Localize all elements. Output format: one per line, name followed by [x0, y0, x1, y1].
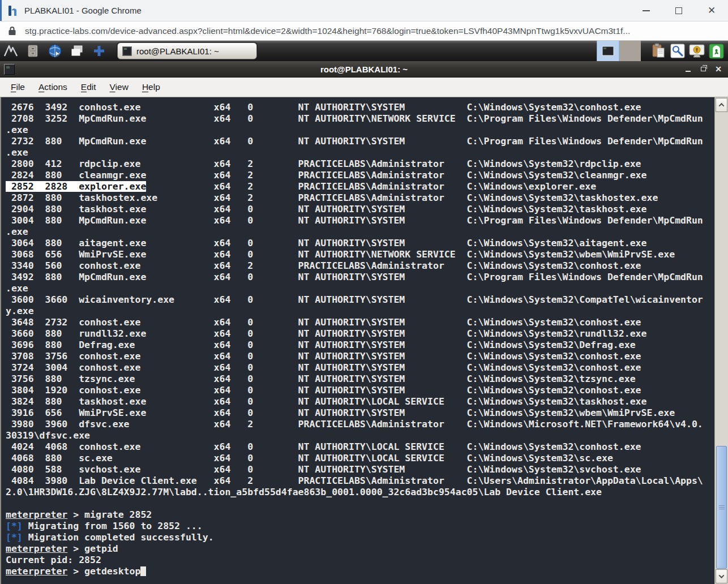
terminal-window-menu-icon[interactable]: [4, 64, 15, 75]
terminal-tray-icon: [602, 46, 614, 56]
terminal-line: 4084 3980 Lab Device Client.exe x64 2 PR…: [6, 475, 714, 487]
windows-icon: [70, 44, 84, 58]
minimize-button[interactable]: [629, 0, 662, 21]
window-edge: [0, 0, 2, 21]
terminal-line: 3756 880 tzsync.exe x64 0 NT AUTHORITY\S…: [6, 373, 714, 385]
menu-item-actions[interactable]: Actions: [38, 82, 67, 92]
terminal-line: [6, 498, 714, 509]
magnifier-button[interactable]: [668, 41, 687, 61]
terminal-menubar: FileActionsEditViewHelp: [0, 78, 728, 97]
terminal-window-title: root@PLABKALI01: ~: [0, 65, 728, 74]
terminal-line: Current pid: 2852: [6, 555, 714, 566]
close-icon: ✕: [715, 65, 722, 73]
lock-screen-button[interactable]: [687, 41, 706, 61]
terminal-line: 2800 412 rdpclip.exe x64 2 PRACTICELABS\…: [6, 158, 714, 170]
terminal-line: 3708 3756 conhost.exe x64 0 NT AUTHORITY…: [6, 351, 714, 362]
terminal-line: 3064 880 aitagent.exe x64 0 NT AUTHORITY…: [6, 238, 714, 249]
scrollbar-thumb[interactable]: [716, 446, 727, 569]
terminal-icon: [122, 46, 132, 56]
terminal-cursor: [140, 566, 146, 576]
system-tray: [597, 41, 726, 61]
terminal-line: .exe: [6, 226, 714, 238]
terminal-line: 3804 1920 conhost.exe x64 0 NT AUTHORITY…: [6, 385, 714, 396]
terminal-scrollbar[interactable]: [714, 97, 728, 584]
window-title: PLABKALI01 - Google Chrome: [24, 6, 142, 15]
file-cabinet-icon: [27, 44, 39, 58]
terminal-line: 3068 656 WmiPrvSE.exe x64 0 NT AUTHORITY…: [6, 249, 714, 260]
address-bar: stg.practice-labs.com/device-advanced.as…: [0, 22, 728, 41]
task-label: root@PLABKALI01: ~: [136, 46, 219, 56]
terminal-line: 2.0\1HR3DW16.ZJG\8LZ4X9J2.77M\labd..tion…: [6, 487, 714, 498]
terminal-line: 3824 880 taskhost.exe x64 0 NT AUTHORITY…: [6, 396, 714, 407]
terminal-line: 4024 4068 conhost.exe x64 0 NT AUTHORITY…: [6, 441, 714, 453]
web-browser-button[interactable]: [46, 42, 63, 59]
terminal-line: 2852 2828 explorer.exe x64 2 PRACTICELAB…: [6, 181, 714, 192]
lock-icon[interactable]: [8, 26, 16, 36]
terminal-line: 3696 880 Defrag.exe x64 0 NT AUTHORITY\S…: [6, 340, 714, 351]
terminal-tray-button[interactable]: [597, 41, 619, 61]
terminal-titlebar: root@PLABKALI01: ~ ✕: [0, 61, 728, 78]
terminal-restore-button[interactable]: [697, 64, 709, 74]
restore-icon: [701, 67, 706, 71]
chevron-up-icon: [719, 103, 725, 109]
scrollbar-grip: [719, 504, 725, 510]
scroll-down-button[interactable]: [716, 569, 727, 583]
terminal-close-button[interactable]: ✕: [713, 64, 724, 74]
terminal-line: 3004 880 MpCmdRun.exe x64 0 NT AUTHORITY…: [6, 215, 714, 226]
minimize-icon: [643, 10, 650, 11]
logout-button[interactable]: [706, 41, 726, 61]
terminal-line: 30319\dfsvc.exe: [6, 430, 714, 441]
plus-icon: [92, 44, 106, 58]
kali-logo-icon: [3, 44, 18, 58]
terminal-line: meterpreter > migrate 2852: [6, 509, 714, 521]
terminal-line: 2872 880 taskhostex.exe x64 2 PRACTICELA…: [6, 192, 714, 204]
terminal-line: .exe: [6, 124, 714, 136]
close-icon: ✕: [708, 6, 716, 15]
menu-item-help[interactable]: Help: [142, 82, 160, 92]
terminal-line: .exe: [6, 283, 714, 294]
maximize-button[interactable]: [662, 0, 695, 21]
terminal-minimize-button[interactable]: [682, 64, 693, 74]
terminal-line: 4080 588 svchost.exe x64 0 NT AUTHORITY\…: [6, 464, 714, 475]
menu-item-file[interactable]: File: [11, 82, 25, 92]
applications-menu-button[interactable]: [2, 42, 19, 59]
maximize-icon: [675, 7, 682, 14]
terminal-line: [*] Migration completed successfully.: [6, 532, 714, 543]
terminal-line: meterpreter > getpid: [6, 543, 714, 555]
taskbar-active-task[interactable]: root@PLABKALI01: ~: [117, 42, 257, 59]
magnifier-icon: [670, 44, 685, 58]
site-favicon-icon: [8, 5, 18, 16]
terminal-line: 3980 3960 dfsvc.exe x64 2 PRACTICELABS\A…: [6, 419, 714, 430]
terminal-line: 2676 3492 conhost.exe x64 0 NT AUTHORITY…: [6, 102, 714, 113]
terminal-line: 3600 3660 wicainventory.exe x64 0 NT AUT…: [6, 294, 714, 306]
add-workspace-button[interactable]: [91, 42, 108, 59]
terminal-line: 3340 560 conhost.exe x64 2 PRACTICELABS\…: [6, 260, 714, 272]
terminal-line: 3660 880 rundll32.exe x64 0 NT AUTHORITY…: [6, 328, 714, 340]
menu-item-edit[interactable]: Edit: [81, 82, 96, 92]
terminal-body: 2676 3492 conhost.exe x64 0 NT AUTHORITY…: [0, 97, 728, 584]
browser-titlebar: PLABKALI01 - Google Chrome ✕: [0, 0, 728, 22]
lock-screen-icon: [688, 44, 705, 59]
close-button[interactable]: ✕: [695, 0, 728, 21]
terminal-line: 2732 880 MpCmdRun.exe x64 0 NT AUTHORITY…: [6, 136, 714, 147]
terminal-line: y.exe: [6, 306, 714, 317]
chevron-down-icon: [719, 573, 725, 578]
minimize-icon: [686, 71, 691, 72]
terminal-line: 3492 880 MpCmdRun.exe x64 0 NT AUTHORITY…: [6, 272, 714, 283]
globe-icon: [48, 44, 62, 58]
terminal-output[interactable]: 2676 3492 conhost.exe x64 0 NT AUTHORITY…: [1, 97, 714, 584]
clipboard-icon: [650, 43, 666, 59]
terminal-line: 3916 656 WmiPrvSE.exe x64 0 NT AUTHORITY…: [6, 407, 714, 419]
show-windows-button[interactable]: [68, 42, 85, 59]
file-manager-button[interactable]: [24, 42, 41, 59]
terminal-line: 3648 2732 conhost.exe x64 0 NT AUTHORITY…: [6, 317, 714, 328]
terminal-line: 2708 3252 MpCmdRun.exe x64 0 NT AUTHORIT…: [6, 113, 714, 124]
clipboard-button[interactable]: [649, 41, 668, 61]
scroll-up-button[interactable]: [716, 98, 727, 112]
terminal-line: 2904 880 taskhost.exe x64 0 NT AUTHORITY…: [6, 204, 714, 215]
terminal-window-controls: ✕: [682, 64, 724, 74]
menu-item-view[interactable]: View: [110, 82, 129, 92]
desktop-taskbar: root@PLABKALI01: ~: [0, 41, 728, 61]
terminal-line: [*] Migrating from 1560 to 2852 ...: [6, 521, 714, 532]
address-input[interactable]: stg.practice-labs.com/device-advanced.as…: [25, 26, 630, 36]
